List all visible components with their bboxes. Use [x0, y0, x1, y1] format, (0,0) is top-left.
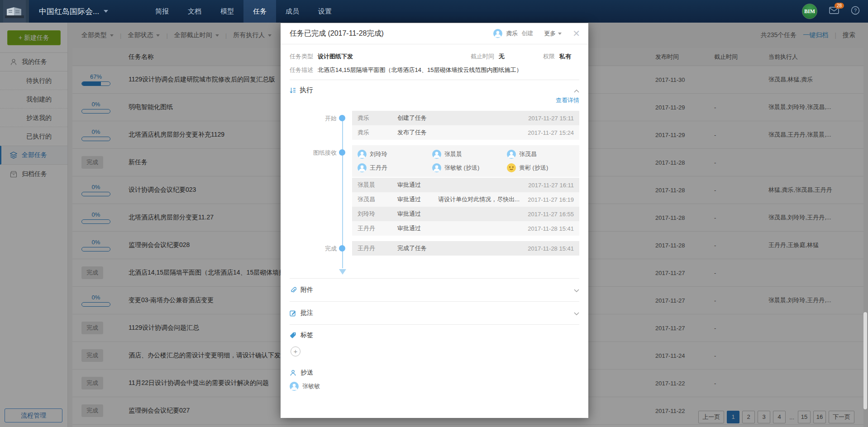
actor-name: 刘玲玲: [358, 210, 397, 218]
timeline-row: 张茂昌审批通过请设计单位对此情况，尽快出...2017-11-27 16:19: [352, 192, 579, 207]
action-text: 完成了任务: [397, 244, 427, 252]
timeline-row: 龚乐发布了任务2017-11-27 15:24: [352, 125, 579, 140]
timeline-row: 张晨晨审批通过2017-11-27 16:11: [352, 178, 579, 192]
tags-label: 标签: [300, 331, 313, 339]
assignee-name: 王丹丹: [370, 164, 387, 172]
paperclip-icon: [290, 287, 296, 294]
worker-avatar: [507, 150, 516, 159]
expand-icon[interactable]: [574, 309, 579, 317]
action-text: 发布了任务: [397, 128, 427, 137]
action-time: 2017-11-27 16:11: [521, 182, 574, 189]
attachments-section[interactable]: 附件: [290, 279, 579, 301]
top-navbar: 中国红岛国际会... 简报文档模型任务成员设置 BIM 28 ?: [0, 0, 868, 23]
smiley-avatar: [507, 163, 516, 172]
cc-person-icon: [290, 370, 296, 376]
type-value: 设计图纸下发: [318, 52, 353, 61]
window-scrollbar-thumb[interactable]: [863, 312, 867, 409]
action-text: 审批通过: [397, 181, 421, 189]
nav-tab-成员[interactable]: 成员: [276, 0, 309, 23]
actor-name: 龚乐: [358, 128, 397, 137]
assignee: 刘玲玲: [358, 147, 432, 161]
assignee: 张晨晨: [432, 147, 507, 161]
stage-dot: [339, 245, 345, 251]
creator-action: 创建: [521, 29, 533, 38]
chevron-down-icon: [558, 33, 562, 35]
assignee-name: 张茂昌: [519, 150, 537, 158]
modal-header-right: 龚乐 创建 更多 ✕: [493, 29, 580, 38]
mail-badge: 28: [835, 3, 844, 9]
chevron-down-icon: [104, 10, 108, 13]
execution-icon: [290, 87, 296, 94]
timeline-row: 刘玲玲审批通过2017-11-27 16:55: [352, 207, 579, 221]
cc-user-avatar: [290, 382, 299, 391]
actor-name: 王丹丹: [358, 244, 397, 252]
stage-dot: [339, 115, 345, 121]
main-nav: 简报文档模型任务成员设置: [146, 0, 341, 23]
help-button[interactable]: ?: [851, 6, 860, 17]
assignee: 张茂昌: [507, 147, 579, 161]
assignee: 黄彬 (抄送): [507, 161, 579, 175]
action-text: 审批通过: [397, 195, 421, 204]
actor-name: 王丹丹: [358, 224, 397, 232]
comments-section[interactable]: 批注: [290, 302, 579, 324]
assignee: 王丹丹: [358, 161, 432, 175]
project-logo[interactable]: [0, 0, 29, 23]
nav-tab-模型[interactable]: 模型: [211, 0, 243, 23]
creator-avatar: [493, 29, 502, 38]
modal-title: 任务已完成 (2017-11-28完成): [290, 29, 384, 38]
cc-label: 抄送: [300, 369, 313, 377]
navbar-right: BIM 28 ?: [802, 0, 860, 23]
assignee-name: 刘玲玲: [370, 150, 387, 158]
messages-button[interactable]: 28: [829, 7, 839, 16]
stage-dot: [339, 149, 345, 156]
action-time: 2017-11-27 16:19: [521, 196, 574, 203]
timeline-row: 王丹丹完成了任务2017-11-28 15:41: [352, 241, 579, 256]
worker-avatar: [358, 163, 367, 172]
close-icon[interactable]: ✕: [572, 29, 580, 38]
worker-avatar: [358, 150, 367, 159]
actor-name: 张晨晨: [358, 181, 397, 189]
collapse-icon[interactable]: [574, 86, 579, 95]
nav-tab-文档[interactable]: 文档: [178, 0, 211, 23]
action-comment: 请设计单位对此情况，尽快出...: [438, 195, 520, 204]
action-text: 创建了任务: [397, 114, 427, 122]
modal-header: 任务已完成 (2017-11-28完成) 龚乐 创建 更多 ✕: [281, 23, 588, 44]
actor-name: 张茂昌: [358, 195, 397, 204]
expand-icon[interactable]: [574, 286, 579, 294]
action-time: 2017-11-27 15:11: [521, 115, 574, 122]
annotate-icon: [290, 310, 296, 317]
deadline-label: 截止时间: [471, 52, 494, 61]
creator-name: 龚乐: [506, 29, 518, 38]
task-info: 任务类型 设计图纸下发 截止时间 无 权限 私有 任务描述 北酒店14,15层隔…: [290, 44, 579, 80]
assignee-grid: 刘玲玲张晨晨张茂昌王丹丹张敏敏 (抄送)黄彬 (抄送): [352, 145, 579, 177]
task-detail-modal: 任务已完成 (2017-11-28完成) 龚乐 创建 更多 ✕ 任务类型 设计图…: [281, 23, 588, 418]
view-detail-link[interactable]: 查看详情: [556, 97, 579, 104]
timeline-stage: 完成王丹丹完成了任务2017-11-28 15:41: [352, 241, 579, 256]
worker-avatar: [432, 150, 441, 159]
timeline-row: 王丹丹审批通过2017-11-28 15:41: [352, 221, 579, 236]
add-tag-button[interactable]: +: [291, 346, 300, 356]
timeline-row: 龚乐创建了任务2017-11-27 15:11: [352, 111, 579, 125]
execution-section: 执行 查看详情 开始龚乐创建了任务2017-11-27 15:11龚乐发布了任务…: [290, 80, 579, 278]
nav-tab-设置[interactable]: 设置: [309, 0, 341, 23]
action-time: 2017-11-27 15:24: [521, 129, 574, 136]
more-button[interactable]: 更多: [544, 29, 562, 38]
action-time: 2017-11-28 15:41: [521, 225, 574, 232]
assignee: 张敏敏 (抄送): [432, 161, 507, 175]
nav-tab-简报[interactable]: 简报: [146, 0, 178, 23]
nav-tab-任务[interactable]: 任务: [243, 0, 276, 23]
modal-body: 任务类型 设计图纸下发 截止时间 无 权限 私有 任务描述 北酒店14,15层隔…: [281, 44, 588, 397]
assignee-name: 张敏敏 (抄送): [444, 164, 479, 172]
action-time: 2017-11-27 16:55: [521, 211, 574, 218]
tags-section: 标签: [290, 325, 579, 346]
stage-label: 图纸接收: [313, 149, 337, 157]
project-selector[interactable]: 中国红岛国际会...: [39, 6, 108, 17]
tag-icon: [290, 332, 296, 339]
stage-label: 开始: [325, 114, 337, 123]
action-text: 审批通过: [397, 224, 421, 232]
user-avatar[interactable]: BIM: [802, 4, 817, 19]
timeline-stage: 开始龚乐创建了任务2017-11-27 15:11龚乐发布了任务2017-11-…: [352, 111, 579, 140]
comments-label: 批注: [300, 309, 313, 317]
permission-label: 权限: [543, 52, 555, 61]
building-logo-icon: [3, 0, 26, 23]
